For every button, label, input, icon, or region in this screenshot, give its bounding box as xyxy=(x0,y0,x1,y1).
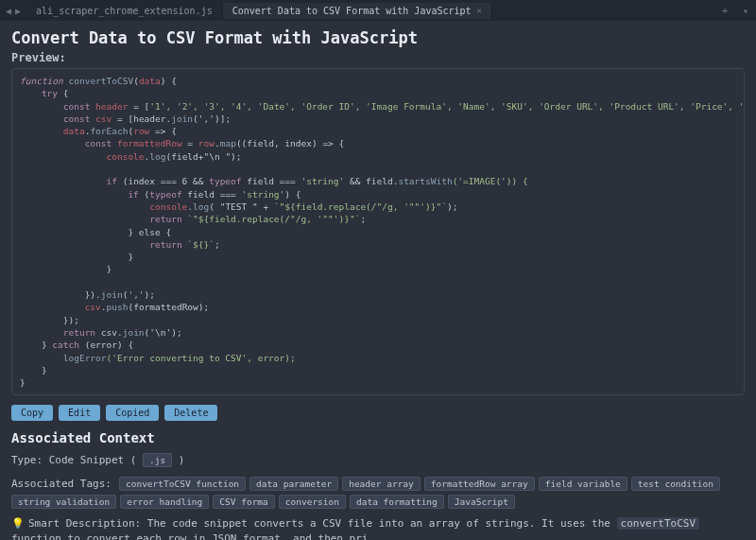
tag[interactable]: string validation xyxy=(11,495,116,509)
tab-label: ali_scraper_chrome_extension.js xyxy=(36,6,213,16)
type-line: Type: Code Snippet ( .js ) xyxy=(11,453,745,469)
tag[interactable]: conversion xyxy=(279,495,346,509)
delete-button[interactable]: Delete xyxy=(164,405,217,421)
tab-label: Convert Data to CSV Format with JavaScri… xyxy=(232,6,472,16)
file-ext-badge: .js xyxy=(143,453,172,467)
close-icon[interactable]: ✕ xyxy=(477,6,482,15)
tab-bar: ◀ ▶ ali_scraper_chrome_extension.js Conv… xyxy=(0,0,756,21)
page-title: Convert Data to CSV Format with JavaScri… xyxy=(11,28,745,47)
tag[interactable]: JavaScript xyxy=(448,495,515,509)
smart-description: Smart Description: The code snippet conv… xyxy=(11,516,745,540)
tag[interactable]: field variable xyxy=(539,477,627,491)
content-area: Convert Data to CSV Format with JavaScri… xyxy=(0,21,756,540)
button-row: Copy Edit Copied Delete xyxy=(11,405,745,421)
tag[interactable]: CSV forma xyxy=(213,495,274,509)
copied-button[interactable]: Copied xyxy=(106,405,159,421)
code-preview: function convertToCSV(data) { try { cons… xyxy=(11,68,745,395)
bulb-icon xyxy=(11,517,28,530)
tag[interactable]: test condition xyxy=(631,477,720,491)
tab-active[interactable]: Convert Data to CSV Format with JavaScri… xyxy=(223,3,492,19)
tag[interactable]: convertToCSV function xyxy=(119,477,246,491)
new-tab-button[interactable]: + xyxy=(714,6,735,16)
tag[interactable]: formattedRow array xyxy=(424,477,535,491)
tab-file[interactable]: ali_scraper_chrome_extension.js xyxy=(26,3,223,19)
tab-menu-icon[interactable]: ▾ xyxy=(735,6,756,16)
copy-button[interactable]: Copy xyxy=(11,405,53,421)
nav-forward-icon[interactable]: ▶ xyxy=(15,6,21,16)
tags-row: Associated Tags: convertToCSV function d… xyxy=(11,477,745,509)
tab-nav: ◀ ▶ xyxy=(0,6,26,16)
preview-label: Preview: xyxy=(11,51,745,64)
tag[interactable]: header array xyxy=(342,477,421,491)
nav-back-icon[interactable]: ◀ xyxy=(6,6,11,16)
tag[interactable]: error handling xyxy=(120,495,209,509)
tags-label: Associated Tags: xyxy=(11,478,112,490)
context-header: Associated Context xyxy=(11,430,745,445)
tag[interactable]: data formatting xyxy=(350,495,444,509)
edit-button[interactable]: Edit xyxy=(59,405,100,421)
tag[interactable]: data parameter xyxy=(249,477,338,491)
